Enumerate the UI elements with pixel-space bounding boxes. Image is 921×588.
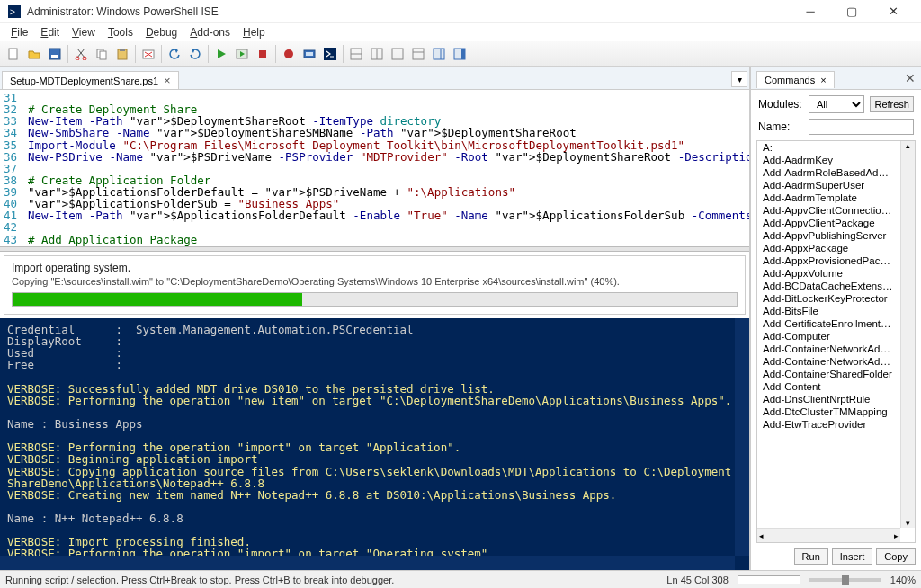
paste-icon[interactable] (112, 44, 132, 64)
run-selection-icon[interactable] (232, 44, 252, 64)
collapse-script-pane-icon[interactable]: ▾ (731, 71, 747, 87)
zoom-slider[interactable] (809, 578, 881, 582)
line-gutter: 3132333435363738394041424344 (0, 90, 24, 246)
command-item[interactable]: Add-CertificateEnrollmentPolicyS (757, 317, 900, 330)
name-label: Name: (758, 120, 803, 133)
remote-icon[interactable] (300, 44, 319, 64)
run-button[interactable]: Run (794, 548, 828, 565)
svg-point-14 (284, 49, 293, 58)
script-editor[interactable]: 3132333435363738394041424344 # Create De… (0, 90, 749, 246)
svg-rect-13 (259, 50, 266, 58)
menu-view[interactable]: View (67, 25, 101, 40)
cut-icon[interactable] (71, 44, 91, 64)
command-item[interactable]: Add-Computer (757, 330, 900, 343)
command-item[interactable]: Add-BitLockerKeyProtector (757, 292, 900, 305)
command-item[interactable]: Add-ContainerNetworkAdapter (757, 343, 900, 355)
name-input[interactable] (809, 119, 914, 135)
copy-icon[interactable] (92, 44, 112, 64)
undo-icon[interactable] (165, 44, 184, 64)
layout-3-icon[interactable] (388, 44, 407, 64)
command-item[interactable]: Add-ContainerSharedFolder (757, 368, 900, 380)
save-icon[interactable] (45, 44, 65, 64)
breakpoint-icon[interactable] (279, 44, 299, 64)
progress-bar (12, 292, 738, 307)
menu-debug[interactable]: Debug (140, 25, 183, 40)
layout-1-icon[interactable] (346, 44, 366, 64)
menu-file[interactable]: File (5, 25, 33, 40)
command-item[interactable]: Add-AppvClientConnectionGroup (757, 204, 900, 217)
command-item[interactable]: Add-DnsClientNrptRule (757, 393, 900, 405)
command-item[interactable]: Add-DtcClusterTMMapping (757, 405, 900, 418)
status-bar: Running script / selection. Press Ctrl+B… (0, 570, 921, 588)
progress-panel: Import operating system. Copying "E:\sou… (4, 255, 746, 315)
command-item[interactable]: Add-AadrmRoleBasedAdministra (757, 166, 900, 179)
code-area[interactable]: # Create Deployment Share New-Item -Path… (24, 90, 749, 246)
svg-rect-4 (51, 55, 58, 58)
command-item[interactable]: Add-AppxVolume (757, 267, 900, 280)
layout-2-icon[interactable] (367, 44, 387, 64)
menu-edit[interactable]: Edit (35, 25, 65, 40)
open-icon[interactable] (24, 44, 44, 64)
close-button[interactable]: ✕ (872, 0, 914, 23)
layout-4-icon[interactable] (408, 44, 428, 64)
new-icon[interactable] (4, 44, 23, 64)
window-title: Administrator: Windows PowerShell ISE (27, 5, 790, 18)
progress-subtitle: Copying "E:\sources\install.wim" to "C:\… (12, 276, 738, 287)
console-scrollbar-h[interactable] (0, 556, 735, 570)
status-progress (738, 575, 800, 584)
commands-list[interactable]: A:Add-AadrmKeyAdd-AadrmRoleBasedAdminist… (756, 140, 916, 543)
command-item[interactable]: Add-AadrmSuperUser (757, 179, 900, 192)
commands-panel: Commands × ✕ Modules: All Refresh Name: … (750, 67, 921, 570)
script-tab-strip: Setup-MDTDeploymentShare.ps1 × ▾ (0, 67, 749, 90)
menu-addons[interactable]: Add-ons (184, 25, 236, 40)
tab-close-icon[interactable]: × (164, 75, 171, 86)
commands-scrollbar-h[interactable]: ◂▸ (757, 528, 900, 542)
powershell-icon[interactable] (320, 44, 340, 64)
command-item[interactable]: Add-EtwTraceProvider (757, 418, 900, 431)
maximize-button[interactable]: ▢ (831, 0, 872, 23)
show-cmd-addon-icon[interactable] (450, 44, 469, 64)
horizontal-splitter[interactable] (0, 246, 749, 252)
command-item[interactable]: Add-BCDataCacheExtension (757, 280, 900, 292)
minimize-button[interactable]: ─ (790, 0, 831, 23)
run-script-icon[interactable] (211, 44, 231, 64)
menu-tools[interactable]: Tools (103, 25, 139, 40)
progress-title: Import operating system. (12, 262, 738, 274)
stop-icon[interactable] (253, 44, 273, 64)
script-tab[interactable]: Setup-MDTDeploymentShare.ps1 × (2, 71, 179, 89)
svg-rect-28 (461, 49, 465, 59)
insert-button[interactable]: Insert (832, 548, 873, 565)
svg-rect-2 (9, 49, 17, 59)
command-item[interactable]: Add-AadrmTemplate (757, 192, 900, 204)
title-bar: > Administrator: Windows PowerShell ISE … (0, 0, 921, 23)
command-item[interactable]: A: (757, 141, 900, 154)
redo-icon[interactable] (185, 44, 205, 64)
show-cmd-icon[interactable] (429, 44, 449, 64)
command-item[interactable]: Add-AppxProvisionedPackage (757, 254, 900, 267)
console-scrollbar-v[interactable] (735, 318, 749, 556)
command-item[interactable]: Add-Content (757, 380, 900, 393)
svg-rect-16 (306, 52, 313, 56)
refresh-button[interactable]: Refresh (870, 96, 914, 112)
copy-button[interactable]: Copy (876, 548, 916, 565)
commands-tab-label: Commands (765, 75, 815, 85)
command-item[interactable]: Add-AppvPublishingServer (757, 229, 900, 242)
menu-help[interactable]: Help (237, 25, 271, 40)
svg-rect-10 (120, 49, 125, 51)
status-text: Running script / selection. Press Ctrl+B… (5, 575, 394, 585)
menu-bar: File Edit View Tools Debug Add-ons Help (0, 23, 921, 41)
command-item[interactable]: Add-BitsFile (757, 305, 900, 317)
modules-select[interactable]: All (809, 95, 864, 113)
commands-tab-close-icon[interactable]: × (820, 75, 826, 85)
svg-rect-25 (434, 49, 444, 59)
command-item[interactable]: Add-AppxPackage (757, 242, 900, 254)
commands-panel-close-icon[interactable]: ✕ (905, 71, 916, 85)
console-pane[interactable]: Credential : System.Management.Automatio… (0, 318, 749, 570)
commands-scrollbar-v[interactable]: ▴▾ (900, 141, 915, 528)
command-item[interactable]: Add-AppvClientPackage (757, 217, 900, 229)
command-item[interactable]: Add-AadrmKey (757, 154, 900, 166)
clear-console-icon[interactable] (139, 44, 158, 64)
commands-tab[interactable]: Commands × (756, 71, 835, 88)
command-item[interactable]: Add-ContainerNetworkAdapterS (757, 355, 900, 368)
svg-text:>: > (10, 7, 15, 17)
